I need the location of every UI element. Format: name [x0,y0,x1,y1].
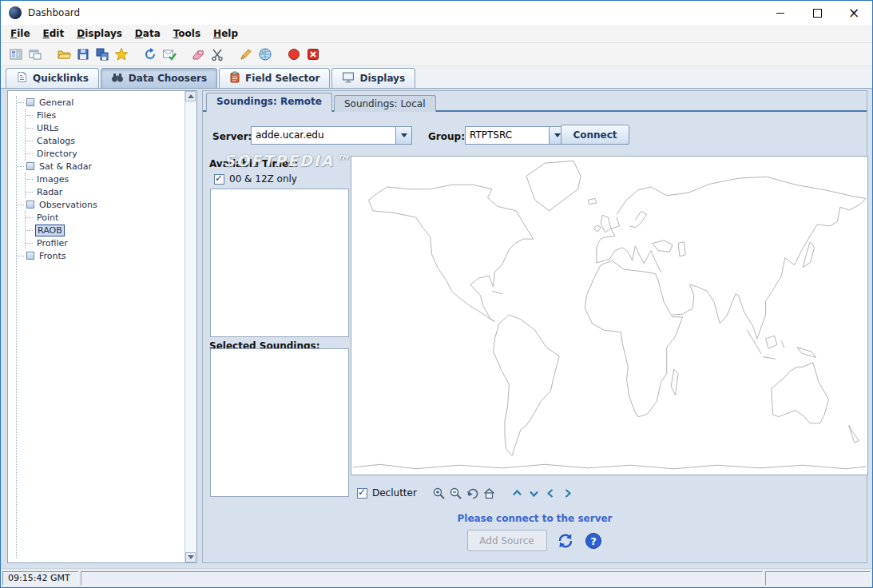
tree-scrollbar[interactable] [185,91,196,562]
new-display-window-icon[interactable] [26,46,44,63]
tab-displays[interactable]: Displays [331,68,415,88]
record-movie-icon[interactable] [285,46,303,63]
tree-node-icon [26,252,34,260]
connect-button[interactable]: Connect [561,125,629,145]
menu-edit[interactable]: Edit [37,26,71,41]
window-controls: × [762,1,872,25]
tree-group-label: Fronts [38,251,68,261]
add-source-button[interactable]: Add Source [467,530,547,551]
chooser-tree-panel: General Files URLs Catalogs Directory Sa… [7,90,197,563]
menu-data[interactable]: Data [129,26,167,41]
map-zoom-tools [431,485,498,501]
pan-down-icon[interactable] [526,485,542,501]
pan-right-icon[interactable] [560,485,576,501]
pan-left-icon[interactable] [543,485,559,501]
open-bundle-icon[interactable] [55,46,73,63]
tree-node-icon [26,98,34,106]
reset-projection-icon[interactable] [482,485,498,501]
content-area: General Files URLs Catalogs Directory Sa… [1,89,872,568]
undo-view-icon[interactable] [465,485,481,501]
tree-group-observations: Observations Point RAOB Profiler [17,198,182,249]
times-filter-label: 00 & 12Z only [229,173,297,185]
scroll-down-button[interactable] [185,552,196,562]
favorites-star-icon[interactable] [113,46,130,63]
menu-tools[interactable]: Tools [167,26,207,41]
declutter-checkbox[interactable] [357,488,367,499]
tree-row[interactable]: General [17,96,182,109]
maximize-icon [813,9,822,18]
tab-soundings-remote[interactable]: Soundings: Remote [206,93,332,112]
group-value: RTPTSRC [466,127,549,144]
cut-scissors-icon[interactable] [208,46,226,63]
help-icon[interactable]: ? [585,531,603,550]
available-times-list[interactable] [210,189,349,337]
tree-item-radar[interactable]: Radar [26,185,182,198]
tree-item-raob[interactable]: RAOB [26,224,182,236]
tab-data-choosers-label: Data Choosers [129,73,207,84]
tree-item-label: Directory [35,149,79,159]
tree-item-point[interactable]: Point [26,211,182,224]
eraser-icon[interactable] [189,46,207,63]
globe-icon[interactable] [256,46,274,63]
minimize-icon [776,13,784,14]
map-controls: Declutter [351,484,868,502]
tree-item-label: Files [35,110,58,121]
tree-item-urls[interactable]: URLs [26,121,182,134]
minimize-button[interactable] [762,1,799,25]
soundings-tab-bar: Soundings: Remote Soundings: Local [206,93,438,112]
tree-item-files[interactable]: Files [26,109,182,121]
tree-group-general: General Files URLs Catalogs Directory [17,96,182,160]
save-bundle-icon[interactable] [74,46,92,63]
tree-group-sat-radar: Sat & Radar Images Radar [17,160,182,198]
map-pan-arrows [510,485,577,501]
chevron-down-icon[interactable] [395,127,411,144]
tab-field-selector[interactable]: Field Selector [219,68,330,88]
menu-displays[interactable]: Displays [70,26,129,41]
save-bundle-as-icon[interactable] [93,46,111,63]
station-map[interactable] [351,156,868,475]
menu-file[interactable]: File [4,26,37,41]
binoculars-icon [111,71,124,85]
world-map-outline [351,157,867,475]
chooser-actions: Add Source ? [203,530,867,551]
menu-help[interactable]: Help [207,26,244,41]
title-bar: Dashboard × [1,1,872,25]
tree-item-label: Point [35,213,60,223]
maximize-button[interactable] [799,1,835,25]
tree-item-directory[interactable]: Directory [26,147,182,160]
selected-soundings-list[interactable] [210,348,349,497]
tree-item-label: Radar [35,187,64,197]
tab-data-choosers[interactable]: Data Choosers [101,68,217,88]
group-combobox[interactable]: RTPTSRC [465,126,565,145]
tree-item-profiler[interactable]: Profiler [26,236,182,249]
pencil-icon[interactable] [237,46,255,63]
tree-row[interactable]: Sat & Radar [17,160,182,173]
times-filter-checkbox[interactable] [214,174,224,185]
tree-group-label: General [38,97,75,108]
tree-row[interactable]: Observations [17,198,182,211]
tree-node-icon [26,162,34,170]
zoom-out-icon[interactable] [448,485,464,501]
tree-item-label: Images [35,174,70,185]
server-combobox[interactable]: adde.ucar.edu [251,126,412,145]
remove-all-icon[interactable] [304,46,322,63]
close-button[interactable]: × [835,1,872,25]
window-title: Dashboard [28,7,80,18]
zoom-in-icon[interactable] [431,485,447,501]
tree-item-images[interactable]: Images [26,173,182,185]
refresh-icon[interactable] [141,46,159,63]
scroll-up-button[interactable] [185,91,196,101]
tab-soundings-local[interactable]: Soundings: Local [334,95,436,112]
tab-quicklinks[interactable]: Quicklinks [6,68,99,88]
chooser-tree: General Files URLs Catalogs Directory Sa… [16,96,182,558]
pan-up-icon[interactable] [510,485,526,501]
show-dashboard-icon[interactable] [7,46,25,63]
close-icon: × [848,6,859,20]
reload-times-icon[interactable] [557,531,575,550]
tree-item-fronts[interactable]: Fronts [17,249,182,262]
tree-item-catalogs[interactable]: Catalogs [26,134,182,147]
chooser-status-message: Please connect to the server [203,513,867,524]
capture-image-icon[interactable] [161,46,178,63]
raob-chooser-panel: Soundings: Remote Soundings: Local Serve… [202,90,867,563]
clock-cell: 09:15:42 GMT [2,571,78,586]
